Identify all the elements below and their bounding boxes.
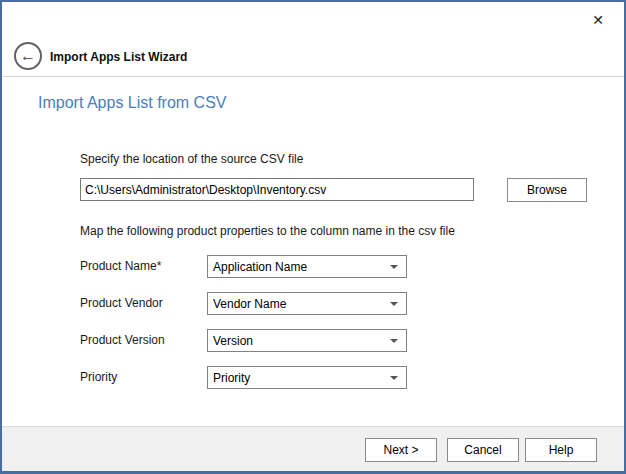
help-button[interactable]: Help (525, 438, 597, 462)
product-version-dropdown[interactable]: Version (207, 329, 407, 352)
next-button[interactable]: Next > (365, 438, 437, 462)
chevron-down-icon (390, 265, 398, 269)
chevron-down-icon (390, 376, 398, 380)
priority-label: Priority (80, 370, 117, 384)
product-name-dropdown-value: Application Name (213, 260, 390, 274)
wizard-title: Import Apps List Wizard (50, 50, 187, 64)
page-title: Import Apps List from CSV (38, 94, 227, 112)
import-wizard-window: ✕ ← Import Apps List Wizard Import Apps … (0, 0, 626, 474)
header-separator (2, 76, 624, 77)
back-arrow-icon: ← (20, 48, 36, 64)
chevron-down-icon (390, 339, 398, 343)
product-name-dropdown[interactable]: Application Name (207, 255, 407, 278)
cancel-button[interactable]: Cancel (447, 438, 519, 462)
priority-dropdown[interactable]: Priority (207, 366, 407, 389)
footer-bar: Next > Cancel Help (2, 426, 624, 471)
product-vendor-dropdown[interactable]: Vendor Name (207, 292, 407, 315)
product-vendor-dropdown-value: Vendor Name (213, 297, 390, 311)
back-button[interactable]: ← (14, 42, 42, 70)
product-vendor-label: Product Vendor (80, 296, 163, 310)
chevron-down-icon (390, 302, 398, 306)
source-file-label: Specify the location of the source CSV f… (80, 152, 303, 166)
mapping-instruction-label: Map the following product properties to … (80, 224, 455, 238)
priority-dropdown-value: Priority (213, 371, 390, 385)
csv-path-input[interactable] (80, 178, 474, 201)
product-name-label: Product Name* (80, 259, 161, 273)
close-icon[interactable]: ✕ (586, 8, 610, 32)
browse-button[interactable]: Browse (507, 178, 587, 202)
product-version-dropdown-value: Version (213, 334, 390, 348)
product-version-label: Product Version (80, 333, 165, 347)
